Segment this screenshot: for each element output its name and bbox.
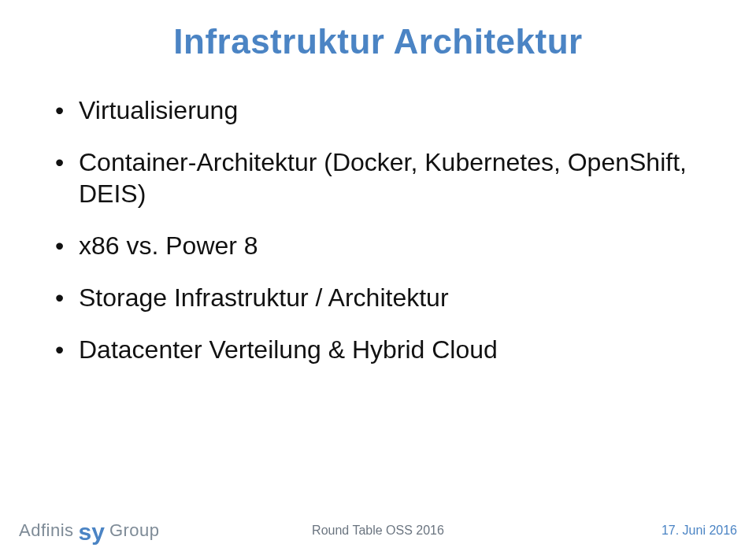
footer-center-text: Round Table OSS 2016 — [312, 524, 444, 538]
list-item: Virtualisierung — [55, 94, 709, 126]
list-item: Container-Architektur (Docker, Kubernete… — [55, 146, 709, 209]
slide-footer: Adfinis sy Group Round Table OSS 2016 17… — [19, 509, 737, 541]
logo-text-left: Adfinis — [19, 520, 74, 541]
slide: Infrastruktur Architektur Virtualisierun… — [0, 0, 756, 555]
list-item: Datacenter Verteilung & Hybrid Cloud — [55, 334, 709, 365]
slide-content: Virtualisierung Container-Architektur (D… — [55, 94, 709, 386]
bullet-list: Virtualisierung Container-Architektur (D… — [55, 94, 709, 365]
logo-text-mid: sy — [79, 521, 105, 542]
company-logo: Adfinis sy Group — [19, 520, 160, 541]
list-item: x86 vs. Power 8 — [55, 230, 709, 261]
list-item: Storage Infrastruktur / Architektur — [55, 282, 709, 313]
logo-text-right: Group — [109, 520, 160, 541]
slide-title: Infrastruktur Architektur — [0, 22, 756, 61]
footer-date: 17. Juni 2016 — [662, 524, 737, 538]
